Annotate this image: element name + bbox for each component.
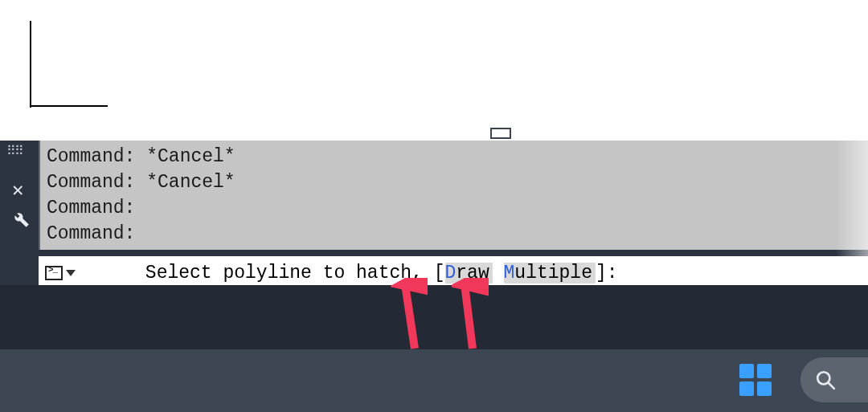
search-icon	[815, 369, 836, 390]
drawing-canvas[interactable]	[0, 0, 868, 141]
ucs-icon	[29, 21, 108, 108]
command-history: Command: *Cancel* Command: *Cancel* Comm…	[39, 141, 868, 250]
history-row: Command:	[47, 195, 863, 221]
svg-rect-5	[757, 364, 772, 378]
option-draw[interactable]: Draw	[445, 263, 493, 284]
drag-handle-icon[interactable]: ⠿⠿	[6, 149, 23, 155]
windows-taskbar	[0, 349, 868, 412]
recent-commands-dropdown[interactable]	[66, 270, 76, 276]
svg-rect-6	[739, 381, 754, 396]
status-bar-area	[0, 285, 868, 349]
svg-rect-7	[757, 381, 772, 396]
history-row: Command: *Cancel*	[47, 144, 863, 169]
settings-wrench-icon[interactable]	[10, 208, 31, 229]
option-multiple[interactable]: Multiple	[504, 263, 596, 284]
taskbar-search[interactable]	[800, 357, 868, 402]
history-row: Command: *Cancel*	[47, 169, 863, 195]
splitter-handle[interactable]	[490, 128, 511, 139]
svg-line-9	[828, 382, 834, 389]
close-icon[interactable]: ✕	[12, 178, 23, 202]
start-button[interactable]	[739, 364, 772, 396]
command-line-panel: ⠿⠿ ✕ Command: *Cancel* Command: *Cancel*…	[0, 141, 868, 290]
command-prompt-icon	[45, 266, 63, 280]
svg-rect-4	[739, 364, 754, 378]
